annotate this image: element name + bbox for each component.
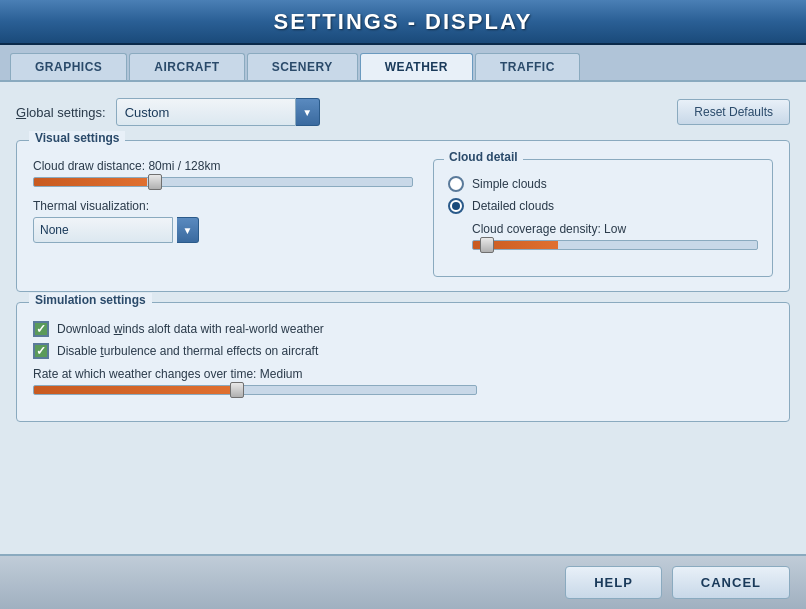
title-bar: SETTINGS - DISPLAY bbox=[0, 0, 806, 45]
cloud-coverage-thumb[interactable] bbox=[480, 237, 494, 253]
cloud-draw-distance-slider[interactable] bbox=[33, 177, 413, 187]
cloud-coverage-slider[interactable] bbox=[472, 240, 758, 250]
global-settings-label: Global settings: bbox=[16, 105, 106, 120]
download-winds-label: Download winds aloft data with real-worl… bbox=[57, 322, 324, 336]
cloud-draw-slider-thumb[interactable] bbox=[148, 174, 162, 190]
tab-scenery[interactable]: SCENERY bbox=[247, 53, 358, 80]
simulation-settings-group: Simulation settings Download winds aloft… bbox=[16, 302, 790, 422]
disable-turbulence-label: Disable turbulence and thermal effects o… bbox=[57, 344, 318, 358]
cloud-coverage-label: Cloud coverage density: Low bbox=[472, 222, 758, 236]
tab-bar: GRAPHICS AIRCRAFT SCENERY WEATHER TRAFFI… bbox=[0, 45, 806, 82]
page-title: SETTINGS - DISPLAY bbox=[274, 9, 533, 35]
main-content: GRAPHICS AIRCRAFT SCENERY WEATHER TRAFFI… bbox=[0, 45, 806, 609]
global-settings-row: Global settings: Custom Low Medium High … bbox=[16, 94, 790, 130]
tab-aircraft[interactable]: AIRCRAFT bbox=[129, 53, 244, 80]
thermal-visualization-label: Thermal visualization: bbox=[33, 199, 413, 213]
disable-turbulence-checkbox[interactable] bbox=[33, 343, 49, 359]
cloud-detail-title: Cloud detail bbox=[444, 150, 523, 164]
tab-traffic[interactable]: TRAFFIC bbox=[475, 53, 580, 80]
simple-clouds-option[interactable]: Simple clouds bbox=[448, 176, 758, 192]
help-button[interactable]: HELP bbox=[565, 566, 662, 599]
rate-slider-track bbox=[33, 385, 477, 395]
download-winds-row: Download winds aloft data with real-worl… bbox=[33, 321, 773, 337]
simple-clouds-radio[interactable] bbox=[448, 176, 464, 192]
detailed-clouds-label: Detailed clouds bbox=[472, 199, 554, 213]
tab-weather[interactable]: WEATHER bbox=[360, 53, 473, 80]
settings-area: Global settings: Custom Low Medium High … bbox=[0, 82, 806, 554]
cancel-button[interactable]: CANCEL bbox=[672, 566, 790, 599]
visual-settings-group: Visual settings Cloud draw distance: 80m… bbox=[16, 140, 790, 292]
global-settings-select[interactable]: Custom Low Medium High Ultra High bbox=[116, 98, 296, 126]
cloud-coverage-track bbox=[472, 240, 758, 250]
cloud-detail-group: Cloud detail Simple clouds Detailed clou… bbox=[433, 159, 773, 277]
rate-label: Rate at which weather changes over time:… bbox=[33, 367, 773, 381]
cloud-draw-distance-label: Cloud draw distance: 80mi / 128km bbox=[33, 159, 413, 173]
thermal-visualization-select[interactable]: None Low Medium High bbox=[33, 217, 173, 243]
download-winds-checkbox[interactable] bbox=[33, 321, 49, 337]
thermal-visualization-row: None Low Medium High ▼ bbox=[33, 217, 413, 243]
global-settings-dropdown-container: Custom Low Medium High Ultra High ▼ bbox=[116, 98, 320, 126]
reset-defaults-button[interactable]: Reset Defaults bbox=[677, 99, 790, 125]
detailed-clouds-radio[interactable] bbox=[448, 198, 464, 214]
bottom-bar: HELP CANCEL bbox=[0, 554, 806, 609]
simple-clouds-label: Simple clouds bbox=[472, 177, 547, 191]
rate-slider[interactable] bbox=[33, 385, 477, 395]
global-settings-dropdown-arrow[interactable]: ▼ bbox=[296, 98, 320, 126]
simulation-settings-title: Simulation settings bbox=[29, 293, 152, 307]
thermal-dropdown-arrow[interactable]: ▼ bbox=[177, 217, 199, 243]
visual-settings-title: Visual settings bbox=[29, 131, 125, 145]
visual-settings-inner: Cloud draw distance: 80mi / 128km Therma… bbox=[33, 159, 773, 277]
rate-slider-thumb[interactable] bbox=[230, 382, 244, 398]
cloud-draw-slider-track bbox=[33, 177, 413, 187]
disable-turbulence-row: Disable turbulence and thermal effects o… bbox=[33, 343, 773, 359]
tab-graphics[interactable]: GRAPHICS bbox=[10, 53, 127, 80]
detailed-clouds-option[interactable]: Detailed clouds bbox=[448, 198, 758, 214]
visual-left: Cloud draw distance: 80mi / 128km Therma… bbox=[33, 159, 413, 277]
